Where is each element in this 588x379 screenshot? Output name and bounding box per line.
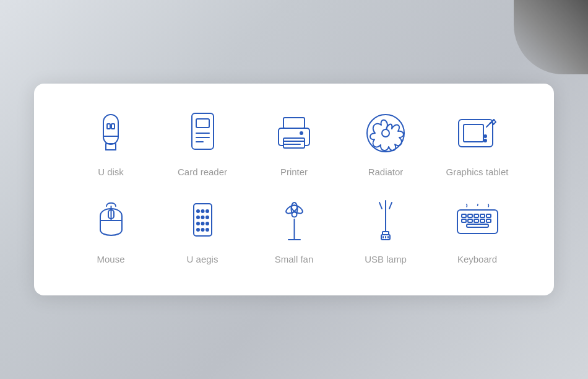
item-card-reader[interactable]: Card reader [163, 108, 242, 177]
radiator-icon [361, 108, 410, 158]
mouse-icon [86, 196, 136, 245]
u-aegis-label: U aegis [187, 254, 218, 264]
card-reader-icon [178, 108, 227, 158]
usb-lamp-label: USB lamp [365, 254, 407, 264]
u-disk-label: U disk [98, 167, 124, 177]
radiator-label: Radiator [368, 167, 404, 177]
keyboard-icon [452, 196, 502, 245]
item-radiator[interactable]: Radiator [346, 108, 425, 177]
item-mouse[interactable]: Mouse [71, 196, 150, 264]
svg-rect-60 [468, 214, 472, 217]
svg-point-48 [292, 212, 296, 217]
svg-rect-0 [103, 115, 118, 144]
svg-rect-7 [111, 124, 115, 129]
item-u-aegis[interactable]: U aegis [163, 196, 242, 264]
small-fan-label: Small fan [275, 254, 314, 264]
svg-point-31 [197, 210, 199, 212]
svg-point-33 [206, 210, 209, 212]
svg-rect-59 [462, 214, 466, 217]
svg-rect-14 [283, 118, 305, 128]
svg-point-26 [484, 139, 486, 142]
item-printer[interactable]: Printer [254, 108, 334, 177]
svg-point-18 [300, 132, 303, 134]
svg-rect-63 [486, 214, 491, 217]
small-fan-icon [269, 196, 319, 245]
svg-point-38 [201, 222, 204, 225]
svg-rect-9 [196, 119, 209, 128]
graphics-tablet-label: Graphics tablet [446, 167, 509, 177]
svg-line-50 [379, 203, 382, 209]
svg-point-36 [206, 216, 209, 219]
svg-rect-69 [467, 224, 488, 227]
svg-point-40 [197, 229, 199, 231]
svg-rect-62 [480, 214, 485, 217]
item-usb-lamp[interactable]: USB lamp [346, 196, 425, 264]
svg-point-39 [206, 222, 209, 225]
svg-rect-67 [480, 219, 485, 222]
printer-label: Printer [280, 167, 308, 177]
svg-point-37 [197, 222, 199, 225]
item-graphics-tablet[interactable]: Graphics tablet [438, 108, 517, 177]
mouse-label: Mouse [97, 254, 124, 264]
svg-point-41 [201, 229, 204, 231]
svg-point-25 [484, 135, 486, 137]
item-keyboard[interactable]: Keyboard [438, 196, 517, 264]
u-disk-icon [86, 108, 136, 158]
svg-rect-65 [468, 219, 472, 222]
svg-rect-61 [474, 214, 478, 217]
u-aegis-icon [178, 196, 227, 245]
svg-point-32 [201, 210, 204, 212]
device-grid-card: U disk Card reader [34, 84, 554, 295]
device-grid: U disk Card reader [71, 108, 517, 264]
card-reader-label: Card reader [178, 167, 227, 177]
svg-rect-15 [283, 138, 305, 148]
svg-rect-6 [107, 124, 110, 129]
svg-point-20 [382, 129, 389, 137]
graphics-tablet-icon [452, 108, 502, 158]
item-small-fan[interactable]: Small fan [254, 196, 334, 264]
svg-rect-68 [486, 219, 491, 222]
svg-point-42 [206, 229, 209, 231]
svg-rect-22 [464, 124, 483, 142]
usb-lamp-icon [361, 196, 410, 245]
item-u-disk[interactable]: U disk [71, 108, 150, 177]
svg-point-35 [201, 216, 204, 219]
svg-rect-66 [474, 219, 478, 222]
svg-point-34 [197, 216, 199, 219]
keyboard-label: Keyboard [457, 254, 497, 264]
svg-line-51 [389, 203, 392, 209]
svg-rect-64 [462, 219, 466, 222]
printer-icon [269, 108, 319, 158]
